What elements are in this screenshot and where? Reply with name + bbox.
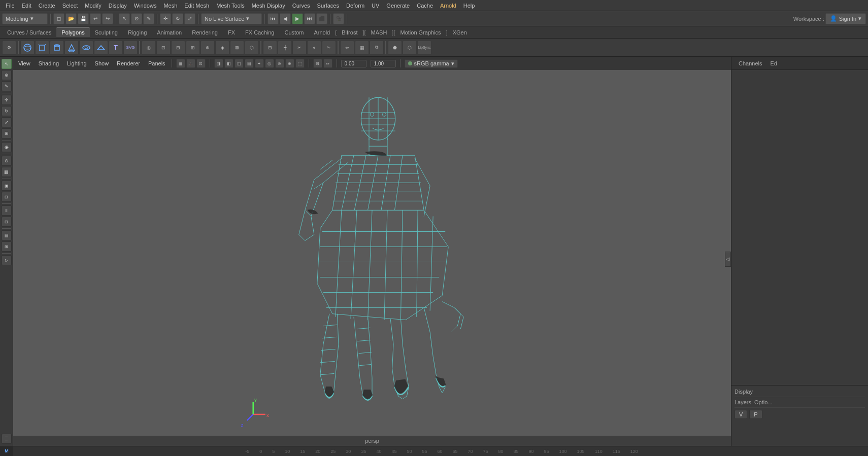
vp-menu-panels[interactable]: Panels (146, 59, 168, 67)
vp-aa-icon[interactable]: ⊕ (285, 59, 294, 68)
multi-cut-icon[interactable]: ✁ (322, 41, 336, 55)
workspace-dropdown[interactable]: Modeling ▾ (2, 13, 48, 24)
svg-icon[interactable]: SVG (123, 41, 138, 55)
vp-cam-icon[interactable]: 🎥 (186, 59, 195, 68)
vp-shadow-icon[interactable]: ◎ (265, 59, 274, 68)
vp-menu-shading[interactable]: Shading (37, 59, 61, 67)
left-tool-a[interactable]: ▣ (2, 181, 12, 191)
lipsync-icon[interactable]: LipSync (417, 41, 431, 55)
move-tool-left[interactable]: ✛ (2, 95, 12, 105)
vp-wire-icon[interactable]: ◧ (224, 59, 233, 68)
split-poly-icon[interactable]: ╋ (278, 41, 292, 55)
vp-menu-lighting[interactable]: Lighting (65, 59, 89, 67)
extract-icon[interactable]: ⊡ (156, 41, 171, 55)
tab-polygons[interactable]: Polygons (56, 27, 89, 37)
vp-ao-icon[interactable]: ⊙ (275, 59, 284, 68)
vp-sym-icon[interactable]: ⇔ (323, 59, 332, 68)
sign-in-button[interactable]: 👤 Sign In ▾ (825, 13, 866, 24)
tab-sculpting[interactable]: Sculpting (90, 28, 123, 37)
fill-hole-icon[interactable]: ⬡ (245, 41, 259, 55)
menu-curves[interactable]: Curves (289, 2, 314, 10)
vp-xray-icon[interactable]: ◫ (235, 59, 244, 68)
wrap-icon[interactable]: ⧉ (370, 41, 384, 55)
vp-menu-show[interactable]: Show (93, 59, 111, 67)
menu-windows[interactable]: Windows (130, 2, 160, 10)
left-tool-f[interactable]: ⊞ (2, 241, 12, 252)
prev-frame-button[interactable]: ⏮ (268, 13, 279, 24)
rotate-tool-left[interactable]: ↻ (2, 106, 12, 116)
rp-tab-editor[interactable]: Ed (766, 59, 781, 68)
extra-icon-2[interactable]: ⬡ (403, 41, 417, 55)
scale-tool-left[interactable]: ⤢ (2, 117, 12, 127)
tab-rendering[interactable]: Rendering (187, 28, 223, 37)
vp-menu-view[interactable]: View (16, 59, 32, 67)
camera-button[interactable]: 🎥 (333, 13, 344, 24)
tab-bifrost[interactable]: Bifrost (337, 28, 362, 37)
menu-surfaces[interactable]: Surfaces (314, 2, 343, 10)
new-file-button[interactable]: ◻ (53, 13, 64, 24)
gamma-dropdown[interactable]: sRGB gamma ▾ (405, 59, 458, 68)
p-button[interactable]: P (749, 410, 762, 419)
next-frame-button[interactable]: ⏭ (304, 13, 315, 24)
tab-fx[interactable]: FX (223, 28, 240, 37)
undo-button[interactable]: ↩ (90, 13, 101, 24)
menu-create[interactable]: Create (35, 2, 59, 10)
cone-icon[interactable] (64, 41, 79, 55)
tab-xgen[interactable]: XGen (448, 28, 472, 37)
menu-help[interactable]: Help (460, 2, 479, 10)
play-button[interactable]: ▶ (292, 13, 303, 24)
bevel-icon[interactable]: ◈ (215, 41, 229, 55)
menu-edit-mesh[interactable]: Edit Mesh (181, 2, 213, 10)
shelf-icon-1[interactable]: ⚙ (2, 41, 16, 55)
lattice-icon[interactable]: ▦ (355, 41, 369, 55)
playback-speed-input[interactable]: 1.00 (371, 60, 396, 67)
vp-texture-icon[interactable]: ▤ (245, 59, 254, 68)
menu-display[interactable]: Display (105, 2, 130, 10)
cube-icon[interactable] (35, 41, 49, 55)
select-tool-button[interactable]: ↖ (119, 13, 130, 24)
universal-tool-left[interactable]: ⊞ (2, 128, 12, 138)
menu-generate[interactable]: Generate (383, 2, 413, 10)
redo-button[interactable]: ↪ (102, 13, 113, 24)
sphere-icon[interactable] (20, 41, 35, 55)
tab-custom[interactable]: Custom (280, 28, 309, 37)
paint-tool[interactable]: ✎ (2, 81, 12, 91)
menu-edit[interactable]: Edit (18, 2, 35, 10)
vp-shade-icon[interactable]: ◨ (214, 59, 223, 68)
live-surface-dropdown[interactable]: No Live Surface ▾ (201, 13, 262, 24)
stop-button[interactable]: ⬛ (316, 13, 327, 24)
cylinder-icon[interactable] (50, 41, 64, 55)
combine-icon[interactable]: ◎ (142, 41, 156, 55)
vp-view-icon[interactable]: ⊡ (196, 59, 206, 68)
tab-motion-graphics[interactable]: Motion Graphics (395, 28, 446, 37)
vp-hud-icon[interactable]: ⬚ (295, 59, 305, 68)
v-button[interactable]: V (735, 410, 747, 419)
menu-select[interactable]: Select (59, 2, 82, 10)
menu-mesh-display[interactable]: Mesh Display (248, 2, 289, 10)
snap-point-left[interactable]: ⊙ (2, 156, 12, 166)
connect-icon[interactable]: ⋄ (307, 41, 321, 55)
soft-select-left[interactable]: ◉ (2, 142, 12, 152)
mirror-icon[interactable]: ⇔ (340, 41, 354, 55)
select-tool[interactable]: ↖ (2, 59, 12, 69)
track-tool[interactable]: ⊕ (2, 70, 12, 80)
tab-arnold[interactable]: Arnold (309, 28, 335, 37)
menu-mesh-tools[interactable]: Mesh Tools (213, 2, 248, 10)
left-tool-b[interactable]: ⊡ (2, 192, 12, 202)
extrude-icon[interactable]: ⊞ (186, 41, 200, 55)
vp-grid-icon[interactable]: ▦ (176, 59, 185, 68)
menu-modify[interactable]: Modify (81, 2, 105, 10)
menu-mesh[interactable]: Mesh (160, 2, 181, 10)
tab-curves-surfaces[interactable]: Curves / Surfaces (2, 28, 56, 37)
open-file-button[interactable]: 📂 (65, 13, 77, 24)
cut-faces-icon[interactable]: ✂ (292, 41, 307, 55)
play-back-button[interactable]: ◀ (280, 13, 291, 24)
tab-rigging[interactable]: Rigging (123, 28, 152, 37)
left-tool-e[interactable]: ▤ (2, 230, 12, 240)
menu-deform[interactable]: Deform (343, 2, 368, 10)
insert-loop-icon[interactable]: ⊟ (263, 41, 277, 55)
move-tool-button[interactable]: ✛ (160, 13, 171, 24)
menu-file[interactable]: File (2, 2, 18, 10)
tab-animation[interactable]: Animation (152, 28, 187, 37)
menu-cache[interactable]: Cache (413, 2, 437, 10)
